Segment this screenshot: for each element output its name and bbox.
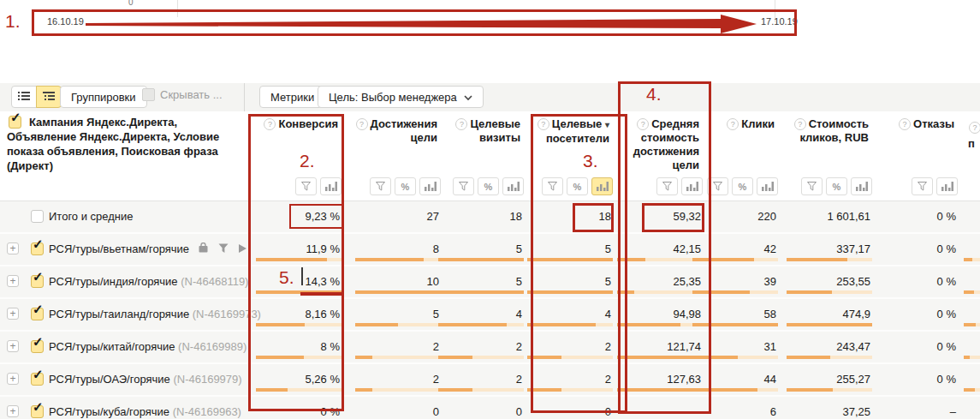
value-bar xyxy=(617,323,703,326)
value-bar xyxy=(355,356,441,359)
cell-value: 0 % xyxy=(937,275,956,288)
cell-value: 253,55 xyxy=(836,275,870,288)
expand-button[interactable]: + xyxy=(7,405,19,417)
campaign-name[interactable]: РСЯ/туры/таиланд/горячие xyxy=(49,308,189,320)
cell-value: 127,63 xyxy=(667,373,701,386)
cell-value: 0 xyxy=(516,405,522,418)
value-bar xyxy=(527,323,613,326)
value-bar xyxy=(527,388,613,392)
campaign-link[interactable]: РСЯ/туры/китай/горячие (N-46169989) xyxy=(49,340,246,353)
cell-value: 0 % xyxy=(937,308,956,320)
percent-icon[interactable]: % xyxy=(395,177,416,195)
filter-icon[interactable] xyxy=(370,177,391,195)
value-bar xyxy=(964,323,980,326)
column-header-3[interactable]: ?Целевые визиты xyxy=(439,117,520,145)
row-checkbox[interactable]: ✓ xyxy=(31,373,44,386)
campaign-link[interactable]: РСЯ/туры/вьетнам/горячие xyxy=(49,242,189,255)
cell-value: 2 xyxy=(605,340,611,353)
expand-button[interactable]: + xyxy=(7,373,19,385)
report-table-body: Итого и средние9,23 %27181859,322201 601… xyxy=(0,201,980,419)
percent-icon[interactable]: % xyxy=(826,177,847,195)
help-icon: ? xyxy=(538,118,549,130)
play-icon[interactable] xyxy=(238,243,247,256)
expand-button[interactable]: + xyxy=(7,242,19,254)
bag-icon[interactable] xyxy=(198,242,209,256)
groupings-button[interactable]: Группировки xyxy=(60,86,147,108)
campaign-link[interactable]: РСЯ/туры/таиланд/горячие (N-46169973) xyxy=(49,308,261,320)
column-tools xyxy=(912,177,958,195)
campaign-name[interactable]: РСЯ/туры/вьетнам/горячие xyxy=(49,242,189,255)
chart-y-axis-zero: 0 xyxy=(128,0,134,7)
row-checkbox[interactable]: ✓ xyxy=(31,242,44,255)
row-checkbox[interactable] xyxy=(31,210,44,223)
dimension-header: Кампания Яндекс.Директа, Объявление Янде… xyxy=(7,115,248,173)
column-header-1[interactable]: ?Конверсия xyxy=(252,117,338,131)
filter-icon[interactable] xyxy=(656,177,678,195)
funnel-icon[interactable] xyxy=(218,243,229,256)
percent-icon[interactable]: % xyxy=(732,177,753,195)
cell-value: 255,27 xyxy=(836,373,870,386)
campaign-name[interactable]: РСЯ/туры/куба/горячие xyxy=(49,405,169,418)
value-bar xyxy=(787,323,872,326)
column-header-5[interactable]: ?Средняя стоимость достижения цели xyxy=(607,117,699,172)
column-header-2[interactable]: ?Достижения цели xyxy=(347,117,437,145)
campaign-id: (N-46169979) xyxy=(170,373,242,386)
bars-icon[interactable] xyxy=(419,177,441,195)
bars-icon[interactable] xyxy=(502,177,524,195)
hide-rows-control[interactable]: Скрывать ... xyxy=(142,88,223,101)
value-bar xyxy=(692,356,778,359)
column-header-7[interactable]: ?Стоимость кликов, RUB xyxy=(768,117,869,145)
filter-icon[interactable] xyxy=(453,177,474,195)
bars-icon[interactable] xyxy=(681,177,703,195)
row-checkbox[interactable]: ✓ xyxy=(31,405,44,418)
filter-icon[interactable] xyxy=(912,177,933,195)
campaign-name[interactable]: РСЯ/туры/индия/горячие xyxy=(49,275,178,288)
campaign-name[interactable]: РСЯ/туры/ОАЭ/горячие xyxy=(49,373,170,386)
filter-icon[interactable] xyxy=(542,177,563,195)
table-row: +✓РСЯ/туры/куба/горячие (N-46169963)0 %0… xyxy=(0,397,980,419)
campaign-link[interactable]: РСЯ/туры/куба/горячие (N-46169963) xyxy=(49,405,241,418)
cell-value: 337,17 xyxy=(836,242,870,255)
cell-value: 0 xyxy=(605,405,611,418)
expand-button[interactable]: + xyxy=(7,308,19,320)
percent-icon[interactable]: % xyxy=(567,177,588,195)
totals-label: Итого и средние xyxy=(49,210,133,223)
row-checkbox[interactable]: ✓ xyxy=(31,308,44,320)
column-header-8[interactable]: ?Отказы xyxy=(873,117,954,131)
value-bar xyxy=(355,258,441,261)
bars-icon[interactable] xyxy=(851,177,872,195)
help-icon: ? xyxy=(727,118,739,130)
expand-button[interactable]: + xyxy=(7,340,19,352)
view-tree-button[interactable] xyxy=(36,86,62,108)
cell-value: 31 xyxy=(764,340,776,353)
expand-button[interactable]: + xyxy=(7,275,19,287)
cell-value: 121,74 xyxy=(667,340,701,353)
cell-value: 27 xyxy=(427,210,439,223)
bars-icon[interactable] xyxy=(591,177,613,195)
filter-icon[interactable] xyxy=(707,177,728,195)
campaign-name[interactable]: РСЯ/туры/китай/горячие xyxy=(49,340,175,353)
cell-value: 2 xyxy=(516,340,522,353)
goal-select-label: Цель: Выбор менеджера xyxy=(329,91,457,104)
bars-icon[interactable] xyxy=(757,177,778,195)
percent-icon[interactable]: % xyxy=(478,177,499,195)
cell-value: 8 % xyxy=(321,340,340,353)
filter-icon[interactable] xyxy=(801,177,823,195)
filter-icon[interactable] xyxy=(295,177,317,195)
bars-icon[interactable] xyxy=(936,177,958,195)
column-header-6[interactable]: ?Клики xyxy=(693,117,775,131)
metrics-button[interactable]: Метрики xyxy=(259,86,325,108)
view-list-button[interactable] xyxy=(11,86,37,108)
row-checkbox[interactable]: ✓ xyxy=(31,340,44,353)
value-bar xyxy=(692,290,778,294)
value-bar xyxy=(355,388,441,392)
row-checkbox[interactable]: ✓ xyxy=(31,275,44,288)
campaign-link[interactable]: РСЯ/туры/ОАЭ/горячие (N-46169979) xyxy=(49,373,242,386)
goal-select-dropdown[interactable]: Цель: Выбор менеджера xyxy=(318,86,484,108)
bars-icon[interactable] xyxy=(320,177,342,195)
cell-value: 5 xyxy=(605,275,611,288)
cell-value: 220 xyxy=(757,210,776,223)
column-header-4[interactable]: ?Целевые ▾посетители xyxy=(517,117,609,146)
cell-value: 474,9 xyxy=(842,308,870,320)
campaign-link[interactable]: РСЯ/туры/индия/горячие (N-46468119) xyxy=(49,275,248,288)
